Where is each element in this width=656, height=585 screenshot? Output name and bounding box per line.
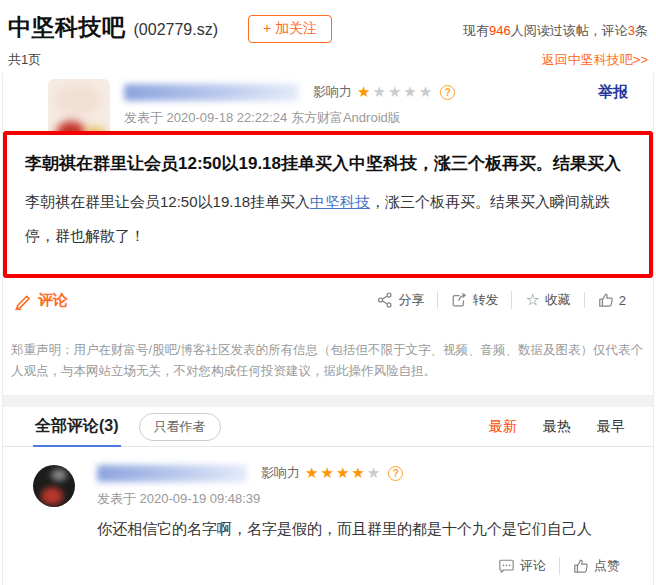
comment-count: 3 — [628, 23, 635, 38]
sort-earliest[interactable]: 最早 — [597, 418, 625, 436]
like-count: 2 — [619, 293, 626, 308]
author-only-button[interactable]: 只看作者 — [139, 413, 221, 441]
forward-button[interactable]: 转发 — [437, 291, 511, 309]
sub-header: 共1页 返回中坚科技吧>> — [0, 49, 656, 73]
stock-inline-link[interactable]: 中坚科技 — [310, 193, 370, 210]
comment-bubble-icon — [498, 558, 515, 574]
pencil-icon — [13, 291, 32, 310]
section-divider — [3, 395, 653, 407]
like-button[interactable]: 2 — [584, 292, 639, 308]
influence-stars: ★★★★★ — [305, 464, 382, 482]
share-button[interactable]: 分享 — [364, 291, 437, 309]
comment-action-row: 评论 点赞 — [97, 557, 639, 575]
influence-label: 影响力 — [313, 83, 352, 101]
thumbs-up-icon — [598, 292, 614, 308]
stats-prefix: 现有 — [463, 23, 489, 38]
comment-meta: 发表于 2020-09-19 09:48:39 — [97, 490, 639, 508]
stock-code: (002779.sz) — [134, 21, 219, 39]
tab-all-comments[interactable]: 全部评论(3) — [33, 407, 121, 447]
username-blurred[interactable] — [97, 465, 247, 482]
stats-middle: 人阅读过该帖，评论 — [511, 23, 628, 38]
read-count: 946 — [489, 23, 511, 38]
post-body: 李朝祺在群里让会员12:50以19.18挂单买入中坚科技，涨三个板再买。结果买入… — [25, 185, 631, 254]
post-action-bar: 评论 分享 转发 ☆ 收藏 — [3, 278, 653, 310]
report-link[interactable]: 举报 — [598, 83, 628, 102]
comment-button[interactable]: 评论 — [13, 291, 68, 310]
highlighted-post-box: 李朝祺在群里让会员12:50以19.18挂单买入中坚科技，涨三个板再买。结果买入… — [3, 131, 653, 278]
forum-title: 中坚科技吧 — [8, 12, 126, 43]
influence-help-icon[interactable]: ? — [388, 466, 403, 481]
avatar-blur-shape — [54, 83, 102, 117]
follow-button[interactable]: + 加关注 — [248, 15, 332, 43]
disclaimer-text: 郑重声明：用户在财富号/股吧/博客社区发表的所有信息（包括但不限于文字、视频、音… — [11, 340, 645, 384]
comment-text: 你还相信它的名字啊，名字是假的，而且群里的都是十个九个是它们自己人 — [97, 517, 639, 541]
like-button[interactable]: 点赞 — [559, 557, 633, 575]
avatar-blur-shape — [41, 487, 63, 505]
forward-icon — [451, 292, 467, 308]
sort-newest[interactable]: 最新 — [489, 418, 517, 436]
commenter-avatar[interactable] — [33, 465, 75, 507]
thumbs-up-icon — [573, 558, 589, 574]
comment-item: 影响力 ★★★★★ ? 发表于 2020-09-19 09:48:39 你还相信… — [3, 447, 653, 585]
post-title: 李朝祺在群里让会员12:50以19.18挂单买入中坚科技，涨三个板再买。结果买入 — [25, 151, 631, 177]
stats-suffix: 条 — [635, 23, 648, 38]
avatar-blur-shape — [51, 469, 67, 481]
username-blurred[interactable] — [124, 84, 299, 101]
post-meta: 发表于 2020-09-18 22:22:24 东方财富Android版 — [124, 109, 628, 127]
back-to-forum-link[interactable]: 返回中坚科技吧>> — [542, 51, 648, 69]
influence-help-icon[interactable]: ? — [440, 85, 455, 100]
post-card: 影响力 ★★★★★ ? 举报 发表于 2020-09-18 22:22:24 东… — [2, 73, 654, 585]
post-action-group: 分享 转发 ☆ 收藏 2 — [364, 291, 639, 309]
influence-label: 影响力 — [261, 464, 300, 482]
page-indicator: 共1页 — [8, 51, 41, 69]
share-icon — [377, 292, 393, 308]
forum-header: 中坚科技吧 (002779.sz) + 加关注 现有946人阅读过该帖，评论3条 — [0, 0, 656, 49]
sort-hottest[interactable]: 最热 — [543, 418, 571, 436]
influence-stars: ★★★★★ — [357, 83, 434, 101]
reply-button[interactable]: 评论 — [485, 557, 559, 575]
post-body-text: 李朝祺在群里让会员12:50以19.18挂单买入 — [25, 193, 310, 210]
sort-options: 最新 最热 最早 — [489, 418, 625, 436]
comments-tab-bar: 全部评论(3) 只看作者 最新 最热 最早 — [3, 407, 653, 447]
favorite-button[interactable]: ☆ 收藏 — [511, 291, 583, 309]
read-stats: 现有946人阅读过该帖，评论3条 — [463, 22, 648, 40]
star-icon: ☆ — [525, 292, 539, 308]
